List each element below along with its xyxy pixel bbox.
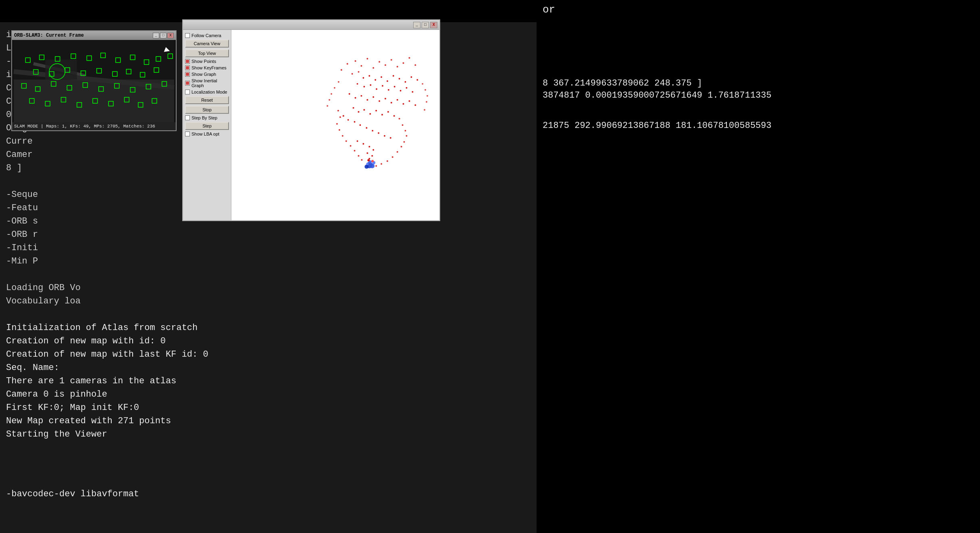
viewer-minimize-button[interactable]: _ — [413, 22, 420, 28]
svg-point-137 — [366, 163, 368, 165]
svg-point-156 — [397, 151, 398, 153]
svg-point-126 — [327, 105, 328, 107]
slam-status-bar: SLAM MODE | Maps: 1, KFs: 49, MPs: 2705,… — [12, 122, 176, 130]
slam-maximize-button[interactable]: □ — [160, 33, 166, 38]
svg-point-109 — [359, 124, 361, 126]
svg-point-141 — [339, 116, 341, 118]
svg-point-70 — [387, 80, 388, 82]
show-graph-checkbox[interactable] — [185, 72, 190, 77]
svg-rect-48 — [186, 66, 189, 69]
svg-point-116 — [362, 143, 364, 145]
slam-close-button[interactable]: X — [167, 33, 174, 38]
svg-point-122 — [338, 81, 339, 83]
main-term-line-17: -Min P — [6, 255, 534, 268]
step-button[interactable]: Step — [185, 122, 229, 130]
svg-point-145 — [345, 140, 347, 142]
viewer-close-button[interactable]: X — [430, 22, 437, 28]
svg-point-138 — [371, 160, 374, 162]
slam-frame-content — [12, 40, 176, 122]
show-points-checkbox[interactable] — [185, 59, 190, 64]
viewer-main-area[interactable] — [231, 30, 439, 220]
show-lba-opt-row: Show LBA opt — [185, 132, 229, 136]
svg-point-98 — [353, 107, 354, 109]
show-points-row: Show Points — [185, 59, 229, 64]
reset-button[interactable]: Reset — [185, 96, 229, 104]
svg-point-73 — [405, 81, 406, 83]
slam-minimize-button[interactable]: _ — [153, 33, 159, 38]
main-term-line-22: Creation of new map with last KF id: 0 — [6, 348, 534, 361]
svg-point-120 — [371, 155, 373, 157]
svg-point-160 — [375, 165, 377, 167]
localization-mode-checkbox[interactable] — [185, 90, 190, 94]
viewer-window-controls[interactable]: _ □ X — [413, 22, 437, 28]
show-keyframes-checkbox[interactable] — [185, 65, 190, 70]
right-term-line-2: 3874817 0.00019359000725671649 1.7618711… — [537, 89, 778, 102]
svg-point-77 — [363, 86, 365, 88]
svg-point-144 — [342, 135, 343, 137]
svg-point-113 — [384, 135, 385, 137]
top-view-button[interactable]: Top View — [185, 49, 229, 57]
svg-rect-49 — [186, 73, 189, 76]
slam-frame-title: ORB-SLAM3: Current Frame — [14, 33, 84, 38]
svg-point-55 — [372, 67, 374, 69]
svg-point-104 — [387, 111, 389, 113]
show-keyframes-row: Show KeyFrames — [185, 65, 229, 70]
svg-point-112 — [378, 132, 379, 134]
svg-point-93 — [391, 102, 392, 103]
svg-point-61 — [408, 57, 410, 59]
svg-point-88 — [360, 95, 362, 97]
svg-point-100 — [363, 109, 365, 111]
svg-point-91 — [379, 100, 380, 102]
right-term-line-1: 8 367.21499633789062 248.375 ] — [537, 77, 708, 90]
point-cloud-svg — [231, 30, 439, 220]
svg-point-129 — [427, 95, 428, 97]
step-by-step-checkbox[interactable] — [185, 115, 190, 120]
svg-point-111 — [372, 130, 373, 132]
svg-point-69 — [381, 76, 382, 78]
show-inertial-graph-checkbox[interactable] — [185, 81, 190, 86]
show-lba-opt-checkbox[interactable] — [185, 132, 190, 136]
main-term-line-libav: -bavcodec-dev libavformat — [0, 487, 139, 501]
svg-point-94 — [397, 99, 398, 101]
main-term-line-28: Starting the Viewer — [6, 428, 534, 441]
stop-button[interactable]: Stop — [185, 106, 229, 114]
main-term-line-blank3 — [6, 308, 534, 321]
slam-frame-controls[interactable]: _ □ X — [153, 33, 174, 38]
main-term-line-blank2 — [6, 268, 534, 281]
svg-point-85 — [412, 91, 413, 93]
localization-mode-label: Localization Mode — [191, 90, 227, 94]
svg-point-125 — [329, 99, 330, 101]
main-term-line-27: New Map created with 271 points — [6, 414, 534, 428]
svg-point-86 — [349, 93, 350, 95]
svg-point-131 — [424, 109, 425, 111]
step-by-step-row: Step By Step — [185, 115, 229, 120]
svg-point-157 — [392, 156, 393, 158]
svg-point-80 — [382, 85, 383, 87]
svg-point-159 — [381, 163, 382, 165]
svg-point-96 — [408, 100, 410, 102]
svg-point-66 — [362, 77, 364, 79]
follow-camera-checkbox[interactable] — [185, 33, 190, 38]
svg-point-143 — [339, 129, 340, 131]
show-inertial-graph-row: Show Inertial Graph — [185, 78, 229, 88]
svg-point-71 — [393, 75, 394, 77]
show-points-label: Show Points — [191, 59, 216, 64]
camera-view-button[interactable]: Camera View — [185, 40, 229, 48]
svg-point-146 — [350, 145, 352, 147]
svg-point-124 — [331, 93, 332, 95]
svg-point-150 — [399, 118, 400, 119]
right-term-line-or: or — [537, 0, 561, 20]
svg-point-134 — [364, 165, 368, 169]
svg-point-58 — [391, 59, 392, 61]
svg-point-118 — [372, 149, 374, 150]
main-term-line-24: There are 1 cameras in the atlas — [6, 374, 534, 388]
svg-point-139 — [367, 159, 370, 161]
main-term-line-18: Loading ORB Vo — [6, 281, 534, 295]
svg-point-51 — [347, 63, 348, 65]
svg-point-75 — [416, 79, 418, 81]
right-term-line-3: 21875 292.99069213867188 181.10678100585… — [537, 119, 778, 132]
svg-point-95 — [403, 103, 404, 105]
svg-point-102 — [375, 110, 377, 111]
viewer-maximize-button[interactable]: □ — [422, 22, 429, 28]
svg-point-119 — [366, 152, 368, 154]
